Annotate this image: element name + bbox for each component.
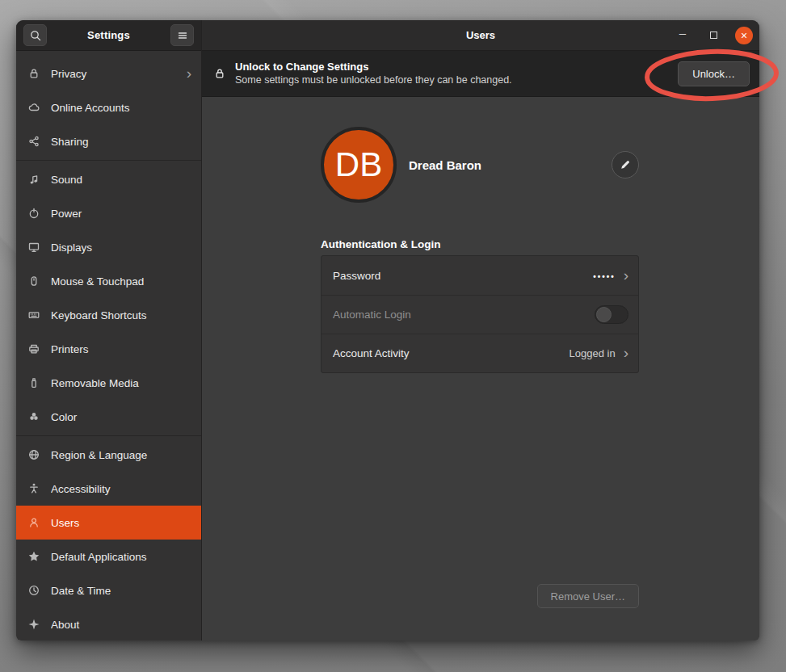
sidebar-item-label: Date & Time	[51, 585, 191, 597]
avatar[interactable]: DB	[321, 127, 397, 203]
sound-icon	[27, 173, 40, 186]
sidebar-headerbar: Settings	[16, 20, 201, 51]
removable-media-icon	[27, 376, 40, 389]
maximize-icon	[710, 32, 717, 39]
password-label: Password	[333, 270, 593, 282]
sidebar-item-label: Sound	[51, 174, 191, 186]
account-activity-label: Account Activity	[333, 347, 561, 359]
toggle-knob	[596, 307, 612, 322]
sidebar-item-label: Printers	[51, 343, 191, 355]
sidebar-item-keyboard-shortcuts[interactable]: Keyboard Shortcuts	[16, 298, 201, 332]
lock-icon	[213, 67, 226, 80]
sidebar-item-label: Default Applications	[51, 551, 191, 563]
sidebar-item-color[interactable]: Color	[16, 400, 201, 434]
sidebar-item-about[interactable]: About	[16, 607, 201, 640]
sidebar-item-online-accounts[interactable]: Online Accounts	[16, 90, 201, 124]
pencil-icon	[619, 158, 632, 171]
automatic-login-row: Automatic Login	[322, 295, 638, 334]
remove-user-button[interactable]: Remove User…	[537, 584, 639, 608]
desktop-background: Settings Privacy›Online AccountsSharingS…	[0, 0, 786, 672]
auth-login-list: Password ••••• › Automatic Login Account…	[321, 255, 639, 373]
settings-window: Settings Privacy›Online AccountsSharingS…	[16, 20, 759, 640]
sidebar-item-label: Power	[51, 208, 191, 220]
sidebar: Settings Privacy›Online AccountsSharingS…	[16, 20, 202, 640]
sidebar-item-label: About	[51, 619, 191, 631]
account-activity-value: Logged in	[570, 347, 616, 359]
sidebar-item-removable-media[interactable]: Removable Media	[16, 366, 201, 400]
cloud-icon	[27, 101, 40, 114]
sidebar-item-default-applications[interactable]: Default Applications	[16, 540, 201, 573]
primary-menu-button[interactable]	[170, 24, 194, 46]
keyboard-icon	[27, 309, 40, 321]
unlock-banner: Unlock to Change Settings Some settings …	[202, 51, 759, 97]
chevron-right-icon: ›	[187, 65, 191, 81]
accessibility-icon	[27, 482, 40, 495]
search-button[interactable]	[23, 24, 47, 46]
lock-icon	[27, 67, 40, 80]
automatic-login-label: Automatic Login	[333, 309, 595, 321]
mouse-icon	[27, 275, 40, 288]
sidebar-item-sound[interactable]: Sound	[16, 162, 201, 196]
users-icon	[27, 516, 40, 529]
printer-icon	[27, 342, 40, 355]
sidebar-item-power[interactable]: Power	[16, 196, 201, 230]
user-header-row: DB Dread Baron	[321, 127, 639, 203]
sidebar-item-users[interactable]: Users	[16, 506, 201, 540]
sidebar-item-displays[interactable]: Displays	[16, 230, 201, 264]
sidebar-item-printers[interactable]: Printers	[16, 332, 201, 366]
close-button[interactable]: ×	[735, 27, 753, 44]
sidebar-separator	[16, 160, 201, 161]
users-panel-content: DB Dread Baron Authentication & Login Pa…	[202, 97, 759, 640]
chevron-right-icon: ›	[624, 345, 628, 360]
sidebar-item-label: Mouse & Touchpad	[51, 275, 191, 288]
sidebar-item-label: Online Accounts	[51, 102, 191, 114]
globe-icon	[27, 448, 40, 461]
unlock-banner-text: Unlock to Change Settings Some settings …	[235, 61, 678, 86]
sidebar-item-label: Displays	[51, 242, 191, 254]
sidebar-separator	[16, 435, 201, 436]
sidebar-item-label: Accessibility	[51, 483, 191, 495]
clock-icon	[27, 584, 40, 597]
color-icon	[27, 410, 40, 423]
sidebar-title: Settings	[47, 29, 170, 41]
star-icon	[27, 550, 40, 563]
titlebar: Users – ×	[202, 20, 759, 51]
sidebar-item-sharing[interactable]: Sharing	[16, 124, 201, 158]
main-pane: Users – × Unlock to Change Settings Some…	[202, 20, 759, 640]
sidebar-item-privacy[interactable]: Privacy›	[16, 57, 201, 90]
password-value: •••••	[593, 272, 616, 281]
unlock-banner-subtitle: Some settings must be unlocked before th…	[235, 74, 678, 86]
sidebar-list: Privacy›Online AccountsSharingSoundPower…	[16, 51, 201, 640]
sidebar-item-accessibility[interactable]: Accessibility	[16, 472, 201, 506]
password-row[interactable]: Password ••••• ›	[322, 256, 638, 295]
share-icon	[27, 135, 40, 148]
sidebar-item-label: Keyboard Shortcuts	[51, 309, 191, 321]
maximize-button[interactable]	[704, 27, 722, 44]
section-heading: Authentication & Login	[321, 238, 639, 250]
user-name: Dread Baron	[409, 158, 481, 172]
display-icon	[27, 241, 40, 254]
sidebar-item-label: Removable Media	[51, 377, 191, 389]
window-controls: – ×	[674, 27, 753, 44]
sparkle-icon	[27, 618, 40, 631]
sidebar-item-label: Color	[51, 411, 191, 423]
sidebar-item-label: Sharing	[51, 136, 191, 148]
unlock-button[interactable]: Unlock…	[678, 61, 750, 86]
chevron-right-icon: ›	[624, 267, 628, 283]
user-panel: DB Dread Baron Authentication & Login Pa…	[321, 127, 639, 632]
sidebar-item-label: Region & Language	[51, 449, 191, 461]
sidebar-item-date-time[interactable]: Date & Time	[16, 573, 201, 607]
unlock-banner-title: Unlock to Change Settings	[235, 61, 678, 74]
sidebar-item-region-language[interactable]: Region & Language	[16, 438, 201, 472]
automatic-login-toggle[interactable]	[595, 305, 628, 324]
minimize-button[interactable]: –	[674, 27, 691, 44]
sidebar-item-label: Privacy	[51, 68, 187, 80]
sidebar-item-label: Users	[51, 517, 191, 529]
power-icon	[27, 207, 40, 220]
hamburger-menu-icon	[176, 29, 189, 42]
account-activity-row[interactable]: Account Activity Logged in ›	[322, 334, 638, 372]
search-icon	[29, 29, 42, 42]
sidebar-item-mouse-touchpad[interactable]: Mouse & Touchpad	[16, 264, 201, 298]
edit-name-button[interactable]	[612, 151, 639, 178]
